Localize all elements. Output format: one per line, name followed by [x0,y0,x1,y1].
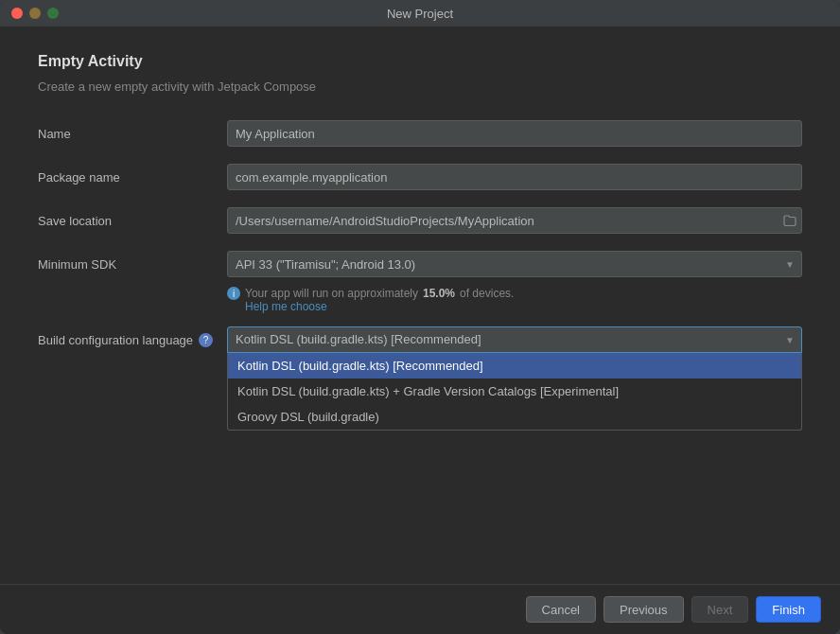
name-row: Name [38,120,802,147]
build-config-dropdown-display[interactable]: Kotlin DSL (build.gradle.kts) [Recommend… [227,326,802,353]
package-input[interactable] [227,164,802,190]
main-content: Empty Activity Create a new empty activi… [0,26,840,584]
sdk-percent: 15.0% [423,287,455,300]
sdk-hint-after: of devices. [460,287,514,300]
info-icon: i [227,287,240,300]
build-config-option-1[interactable]: Kotlin DSL (build.gradle.kts) [Recommend… [228,353,801,379]
save-location-row: Save location [38,207,802,234]
previous-button[interactable]: Previous [604,596,684,623]
sdk-hint-text: i Your app will run on approximately 15.… [227,287,802,300]
maximize-button[interactable] [47,8,59,19]
titlebar: New Project [0,0,840,26]
build-config-option-2[interactable]: Kotlin DSL (build.gradle.kts) + Gradle V… [228,379,801,404]
minimize-button[interactable] [29,8,41,19]
build-config-dropdown-arrow: ▼ [785,335,795,345]
minimum-sdk-label: Minimum SDK [38,257,227,272]
help-me-choose-link[interactable]: Help me choose [245,300,802,313]
build-config-label: Build configuration language [38,333,193,347]
new-project-window: New Project Empty Activity Create a new … [0,0,840,634]
footer: Cancel Previous Next Finish [0,584,840,634]
save-location-input[interactable] [227,207,802,234]
build-config-help-icon[interactable]: ? [199,333,213,347]
package-row: Package name [38,164,802,190]
window-title: New Project [387,7,453,21]
sdk-hint: i Your app will run on approximately 15.… [227,287,802,313]
sdk-dropdown[interactable]: API 33 ("Tiramisu"; Android 13.0) [227,251,802,277]
cancel-button[interactable]: Cancel [526,596,596,623]
sdk-dropdown-wrapper: API 33 ("Tiramisu"; Android 13.0) ▼ [227,251,802,277]
minimum-sdk-row: Minimum SDK API 33 ("Tiramisu"; Android … [38,251,802,277]
name-input[interactable] [227,120,802,147]
folder-browse-button[interactable] [783,215,796,226]
package-label: Package name [38,170,227,185]
build-config-dropdown-container: Kotlin DSL (build.gradle.kts) [Recommend… [227,326,802,353]
finish-button[interactable]: Finish [756,596,821,623]
close-button[interactable] [11,8,23,19]
build-config-row: Build configuration language ? Kotlin DS… [38,326,802,353]
save-location-wrapper [227,207,802,234]
subtitle: Create a new empty activity with Jetpack… [38,79,802,94]
build-config-selected-value: Kotlin DSL (build.gradle.kts) [Recommend… [236,332,481,346]
next-button[interactable]: Next [691,596,749,623]
build-config-option-3[interactable]: Groovy DSL (build.gradle) [228,404,801,430]
build-config-dropdown-menu: Kotlin DSL (build.gradle.kts) [Recommend… [227,353,802,431]
traffic-lights [11,8,59,19]
build-config-label-wrapper: Build configuration language ? [38,333,227,347]
sdk-hint-before: Your app will run on approximately [245,287,418,300]
save-location-label: Save location [38,214,227,228]
section-title: Empty Activity [38,53,802,70]
name-label: Name [38,127,227,141]
